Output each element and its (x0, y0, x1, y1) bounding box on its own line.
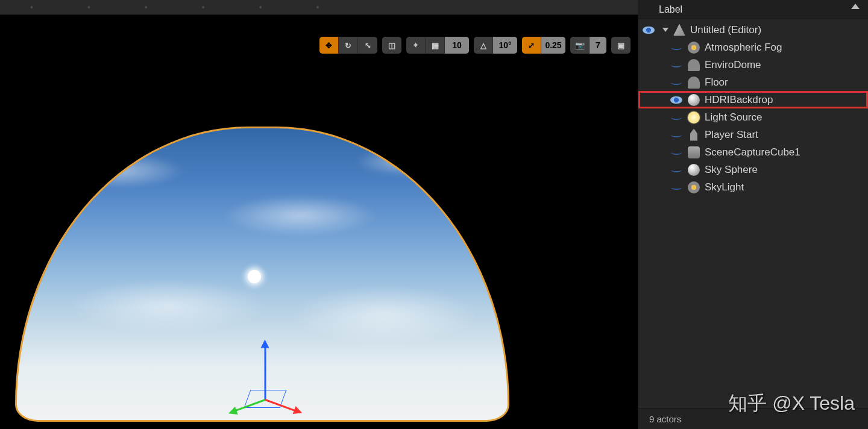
outliner-root-row[interactable]: Untitled (Editor) (638, 21, 868, 39)
sphere-icon (688, 94, 700, 106)
outliner-item-label: Sky Sphere (705, 164, 758, 176)
outliner-item-sky-sphere[interactable]: Sky Sphere (638, 161, 868, 178)
visibility-toggle[interactable] (670, 78, 683, 87)
surface-snap-button[interactable]: ⌖ (406, 37, 426, 54)
outliner-item-skylight[interactable]: SkyLight (638, 178, 868, 196)
visibility-toggle[interactable] (670, 131, 683, 139)
player-icon (688, 129, 700, 141)
camera-speed-value[interactable]: 7 (590, 37, 606, 54)
outliner-footer: 9 actors (638, 409, 868, 429)
translate-mode-button[interactable]: ✥ (319, 37, 339, 54)
outliner-item-label: SkyLight (705, 181, 744, 193)
outliner-item-label: Light Source (705, 111, 762, 124)
visibility-toggle[interactable] (670, 113, 683, 122)
outliner-item-label: SceneCaptureCube1 (705, 146, 800, 158)
viewport-toolbar: ✥ ↻ ⤡ ◫ ⌖ ▦ 10 △ 10° ⤢ 0.25 📷 7 (319, 36, 631, 54)
capture-icon (688, 146, 700, 158)
scale-snap-button[interactable]: ⤢ (522, 37, 541, 54)
visibility-toggle[interactable] (670, 96, 683, 104)
dome-icon (688, 77, 700, 89)
world-outliner-panel: Label Untitled (Editor) Atmospheric FogE… (638, 0, 868, 429)
outliner-item-label: Floor (705, 77, 728, 89)
fog-icon (688, 42, 700, 54)
outliner-root-label: Untitled (Editor) (690, 24, 761, 36)
outliner-item-floor[interactable]: Floor (638, 74, 868, 91)
grid-snap-button[interactable]: ▦ (426, 37, 445, 54)
collapse-arrow-icon[interactable] (851, 4, 860, 9)
visibility-toggle[interactable] (670, 166, 683, 174)
maximize-viewport-button[interactable]: ▣ (611, 37, 631, 54)
outliner-item-label: Atmospheric Fog (705, 42, 782, 54)
expand-toggle-icon[interactable] (662, 28, 668, 32)
grid-snap-value[interactable]: 10 (445, 37, 469, 54)
world-icon (673, 24, 685, 36)
angle-snap-button[interactable]: △ (474, 37, 493, 54)
camera-speed-button[interactable]: 📷 (570, 37, 590, 54)
light-icon (688, 111, 700, 124)
dome-icon (688, 59, 700, 71)
outliner-item-atmospheric-fog[interactable]: Atmospheric Fog (638, 39, 868, 56)
outliner-item-scenecapturecube1[interactable]: SceneCaptureCube1 (638, 143, 868, 161)
scale-mode-button[interactable]: ⤡ (358, 37, 377, 54)
label-column-header: Label (659, 4, 682, 15)
sun-icon (248, 270, 261, 283)
gizmo-z-axis[interactable] (265, 346, 266, 400)
viewport-3d[interactable]: ✥ ↻ ⤡ ◫ ⌖ ▦ 10 △ 10° ⤢ 0.25 📷 7 (0, 15, 638, 429)
outliner-item-player-start[interactable]: Player Start (638, 126, 868, 143)
outliner-item-light-source[interactable]: Light Source (638, 108, 868, 126)
visibility-toggle[interactable] (670, 43, 683, 52)
outliner-item-label: HDRIBackdrop (705, 94, 773, 106)
transform-gizmo[interactable] (229, 331, 301, 416)
outliner-item-hdribackdrop[interactable]: HDRIBackdrop (638, 91, 868, 108)
scale-snap-value[interactable]: 0.25 (541, 37, 565, 54)
sphere-icon (688, 164, 700, 176)
angle-snap-value[interactable]: 10° (493, 37, 517, 54)
visibility-toggle[interactable] (670, 183, 683, 192)
visibility-toggle[interactable] (670, 61, 683, 69)
outliner-item-label: Player Start (705, 129, 758, 141)
visibility-toggle[interactable] (642, 26, 655, 34)
editor-main: •••••• ✥ ↻ ⤡ ◫ ⌖ (0, 0, 638, 429)
outliner-item-label: EnviroDome (705, 59, 761, 71)
menu-bar: •••••• (0, 0, 638, 15)
rotate-mode-button[interactable]: ↻ (339, 37, 358, 54)
outliner-column-header[interactable]: Label (638, 0, 868, 19)
actor-count-label: 9 actors (649, 414, 681, 424)
outliner-tree: Untitled (Editor) Atmospheric FogEnviroD… (638, 19, 868, 196)
coord-space-button[interactable]: ◫ (382, 37, 401, 54)
fog-icon (688, 181, 700, 193)
visibility-toggle[interactable] (670, 148, 683, 157)
outliner-item-envirodome[interactable]: EnviroDome (638, 56, 868, 74)
